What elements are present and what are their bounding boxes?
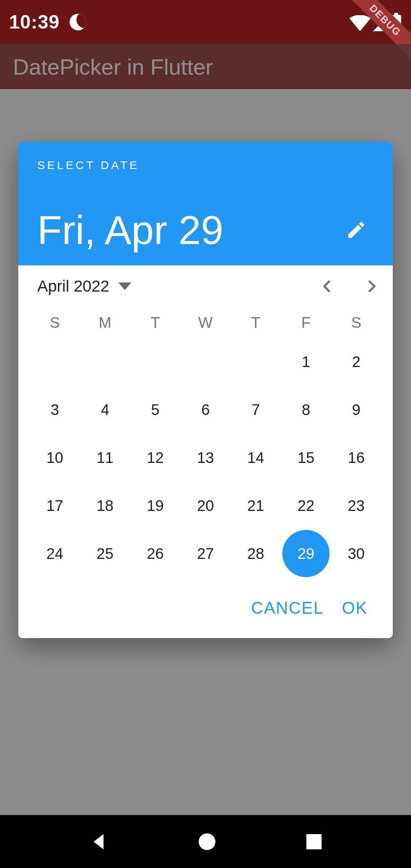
calendar-day-empty — [80, 338, 130, 385]
back-button[interactable] — [88, 831, 110, 852]
calendar-day[interactable]: 27 — [180, 530, 231, 577]
calendar-day[interactable]: 3 — [30, 386, 80, 433]
calendar-day-empty — [231, 338, 281, 385]
ok-button[interactable]: OK — [342, 598, 368, 617]
svg-rect-3 — [306, 834, 322, 849]
calendar-day[interactable]: 14 — [231, 434, 281, 481]
cancel-button[interactable]: CANCEL — [251, 598, 324, 617]
calendar-day[interactable]: 6 — [180, 386, 231, 433]
day-of-week-header: S — [30, 314, 80, 331]
calendar-day-empty — [130, 338, 180, 385]
calendar-day-empty — [180, 338, 231, 385]
calendar-day[interactable]: 13 — [180, 434, 231, 481]
calendar-day[interactable]: 21 — [231, 482, 281, 529]
day-of-week-header: T — [231, 314, 281, 331]
calendar-day[interactable]: 16 — [331, 434, 381, 481]
month-year-label[interactable]: April 2022 — [37, 277, 109, 295]
date-picker-header: SELECT DATE Fri, Apr 29 — [18, 142, 393, 265]
calendar-grid: 1234567891011121314151617181920212223242… — [30, 338, 381, 577]
calendar-day[interactable]: 29 — [281, 530, 331, 577]
status-time: 10:39 — [9, 11, 60, 33]
day-of-week-header: F — [281, 314, 331, 331]
calendar-day[interactable]: 17 — [30, 482, 80, 529]
android-nav-bar — [0, 815, 411, 868]
calendar-day[interactable]: 11 — [80, 434, 130, 481]
calendar-day[interactable]: 9 — [331, 386, 381, 433]
chevron-down-icon[interactable] — [118, 282, 131, 290]
calendar-day[interactable]: 24 — [30, 530, 80, 577]
calendar-day[interactable]: 30 — [331, 530, 381, 577]
select-date-label: SELECT DATE — [37, 159, 374, 172]
date-picker-dialog: SELECT DATE Fri, Apr 29 April 2022 — [18, 142, 393, 638]
selected-date-display: Fri, Apr 29 — [37, 210, 223, 250]
previous-month-button[interactable] — [312, 271, 342, 302]
calendar-day[interactable]: 26 — [130, 530, 180, 577]
day-of-week-row: SMTWTFS — [30, 314, 381, 331]
day-of-week-header: M — [80, 314, 130, 331]
calendar-day[interactable]: 23 — [331, 482, 381, 529]
svg-rect-0 — [394, 13, 398, 15]
day-of-week-header: T — [130, 314, 180, 331]
calendar-day[interactable]: 12 — [130, 434, 180, 481]
calendar-day[interactable]: 25 — [80, 530, 130, 577]
wifi-icon — [349, 15, 371, 31]
calendar-day[interactable]: 8 — [281, 386, 331, 433]
edit-date-button[interactable] — [341, 215, 371, 245]
calendar-day[interactable]: 20 — [180, 482, 231, 529]
calendar-day[interactable]: 15 — [281, 434, 331, 481]
day-of-week-header: W — [180, 314, 231, 331]
calendar-day[interactable]: 22 — [281, 482, 331, 529]
overview-button[interactable] — [305, 833, 323, 851]
calendar-day[interactable]: 7 — [231, 386, 281, 433]
pencil-icon — [346, 219, 367, 241]
status-bar: 10:39 — [0, 0, 411, 44]
day-of-week-header: S — [331, 314, 381, 331]
chevron-right-icon — [364, 279, 379, 294]
calendar-day[interactable]: 18 — [80, 482, 130, 529]
calendar-day[interactable]: 5 — [130, 386, 180, 433]
chevron-left-icon — [320, 279, 335, 294]
home-button[interactable] — [198, 832, 217, 851]
calendar-day[interactable]: 28 — [231, 530, 281, 577]
calendar-day[interactable]: 4 — [80, 386, 130, 433]
calendar-day[interactable]: 19 — [130, 482, 180, 529]
calendar-day[interactable]: 1 — [281, 338, 331, 385]
calendar-day-empty — [30, 338, 80, 385]
calendar-day[interactable]: 10 — [30, 434, 80, 481]
dnd-icon — [70, 14, 86, 30]
next-month-button[interactable] — [356, 271, 387, 302]
calendar-day[interactable]: 2 — [331, 338, 381, 385]
svg-point-2 — [199, 833, 215, 850]
